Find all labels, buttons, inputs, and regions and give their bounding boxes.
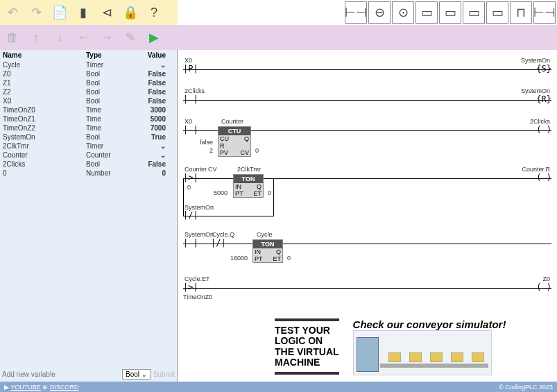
promo-tagline: Check our conveyor simulator! xyxy=(353,318,506,330)
run-icon[interactable]: ▶ xyxy=(143,26,165,49)
compare-gt[interactable]: |>| xyxy=(183,282,198,292)
coil[interactable]: ( ) xyxy=(536,125,551,135)
coil[interactable]: ( ) xyxy=(536,173,551,182)
variable-row[interactable]: TimeOnZ0Time3000 xyxy=(0,105,177,114)
coil-reset[interactable]: {R} xyxy=(536,94,551,104)
variable-row[interactable]: Z2BoolFalse xyxy=(0,87,177,96)
palette-contact-nc-icon[interactable]: ⊖ xyxy=(368,1,391,24)
down-icon[interactable]: ↓ xyxy=(49,26,71,49)
delete-icon[interactable]: 🗑 xyxy=(1,26,24,49)
variables-panel: Name Type Value CycleTimer⌄Z0BoolFalseZ1… xyxy=(0,50,178,382)
add-variable-input[interactable] xyxy=(2,370,119,378)
coil-set[interactable]: {S} xyxy=(536,64,551,74)
compare-gt[interactable]: |>| xyxy=(183,173,198,182)
variables-header: Name Type Value xyxy=(0,50,177,60)
ton-block[interactable]: TON INQ PTET xyxy=(233,174,264,198)
add-variable-row: Bool ⌄ Submit xyxy=(0,367,177,382)
palette-block1-icon[interactable]: ▭ xyxy=(415,1,438,24)
palette-block2-icon[interactable]: ▭ xyxy=(439,1,461,24)
palette-timer-icon[interactable]: ⊙ xyxy=(392,1,414,24)
left-icon[interactable]: ← xyxy=(72,26,94,49)
variable-row[interactable]: 2ClkTmrTimer⌄ xyxy=(0,142,177,151)
right-icon[interactable]: → xyxy=(96,26,118,49)
variable-row[interactable]: CycleTimer⌄ xyxy=(0,60,177,69)
contact-p[interactable]: |P| xyxy=(183,64,198,74)
contact-label: 2Clicks xyxy=(185,87,205,94)
contact-nc[interactable]: |/| xyxy=(183,210,198,220)
coil-label: Counter.R xyxy=(522,166,550,173)
discord-link[interactable]: DISCORD xyxy=(50,384,79,391)
variable-row[interactable]: TimeOnZ1Time5000 xyxy=(0,114,177,123)
promo-banner[interactable]: TEST YOUR LOGIC ON THE VIRTUAL MACHINE C… xyxy=(275,317,543,376)
file-icon[interactable]: 📄 xyxy=(49,1,71,24)
add-variable-submit[interactable]: Submit xyxy=(153,370,175,378)
variable-row[interactable]: Z1BoolFalse xyxy=(0,78,177,87)
palette-block4-icon[interactable]: ▭ xyxy=(486,1,508,24)
variable-row[interactable]: CounterCounter⌄ xyxy=(0,151,177,160)
coil-label: SystemOn xyxy=(521,57,550,64)
variable-row[interactable]: X0BoolFalse xyxy=(0,96,177,105)
palette-coil-icon[interactable]: ⊓ xyxy=(510,1,532,24)
contact-label: X0 xyxy=(185,57,192,64)
variable-row[interactable]: 0Number0 xyxy=(0,169,177,178)
undo-icon[interactable]: ↶ xyxy=(1,1,24,24)
contact-no[interactable]: | | xyxy=(183,238,198,248)
redo-icon[interactable]: ↷ xyxy=(25,1,47,24)
ladder-canvas[interactable]: X0 |P| SystemOn {S} 2Clicks | | SystemOn… xyxy=(178,50,557,382)
block-label: 2ClkTmr xyxy=(237,166,261,173)
contact-no[interactable]: | | xyxy=(183,94,198,104)
ctu-block[interactable]: CTU CUQ R PVCV xyxy=(218,126,251,157)
coil-label: SystemOn xyxy=(521,87,550,94)
share-icon[interactable]: ⊲ xyxy=(96,1,118,24)
up-icon[interactable]: ↑ xyxy=(25,26,47,49)
palette-branch-icon[interactable]: ⊢⊣ xyxy=(533,1,556,24)
palette-block3-icon[interactable]: ▭ xyxy=(463,1,485,24)
ton-block[interactable]: TON INQ PTET xyxy=(252,239,283,263)
toolbar-file: ↶ ↷ 📄 ▮ ⊲ 🔒 ? xyxy=(0,0,178,25)
contact-label: X0 xyxy=(185,118,192,125)
contact-no[interactable]: | | xyxy=(183,125,198,135)
copyright: © CodingPLC 2023 xyxy=(499,384,553,391)
block-label: Counter xyxy=(221,118,243,125)
page-icon[interactable]: ▮ xyxy=(72,1,94,24)
youtube-link[interactable]: YOUTUBE xyxy=(10,384,41,391)
help-icon[interactable]: ? xyxy=(143,1,165,24)
variable-row[interactable]: SystemOnBoolTrue xyxy=(0,133,177,142)
palette-contact-no-icon[interactable]: ⊢⊣ xyxy=(345,1,367,24)
coil-label: 2Clicks xyxy=(530,118,550,125)
toolbar-edit: 🗑 ↑ ↓ ← → ✎ ▶ xyxy=(0,25,557,50)
variable-row[interactable]: 2ClicksBoolFalse xyxy=(0,160,177,169)
variable-row[interactable]: TimeOnZ2Time7000 xyxy=(0,123,177,133)
edit-icon[interactable]: ✎ xyxy=(119,26,142,49)
lock-icon[interactable]: 🔒 xyxy=(119,1,142,24)
variable-row[interactable]: Z0BoolFalse xyxy=(0,69,177,78)
contact-nc[interactable]: |/| xyxy=(211,238,226,248)
compare-label: Counter.CV xyxy=(185,166,217,173)
add-variable-type-select[interactable]: Bool ⌄ xyxy=(122,369,151,380)
coil[interactable]: ( ) xyxy=(536,282,551,292)
footer-bar: ▶ YOUTUBE ⊕ DISCORD © CodingPLC 2023 xyxy=(0,382,557,392)
toolbar-palette: ⊢⊣ ⊖ ⊙ ▭ ▭ ▭ ▭ ⊓ ⊢⊣ xyxy=(178,0,557,25)
conveyor-graphic xyxy=(353,330,492,375)
